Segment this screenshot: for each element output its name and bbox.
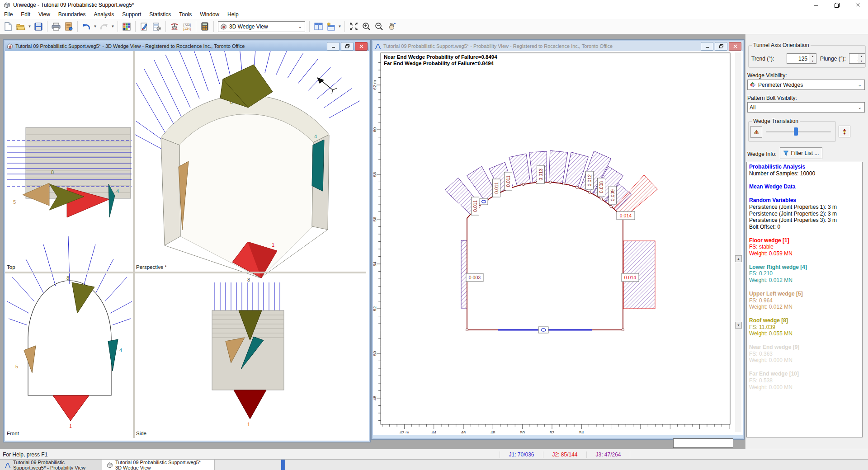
- probability-window-close-button[interactable]: [729, 42, 741, 51]
- plunge-spinner-arrows[interactable]: ▲▼: [858, 53, 865, 64]
- scroll-up-icon[interactable]: ▲: [735, 255, 742, 262]
- add-support-icon[interactable]: [168, 20, 181, 33]
- print-icon[interactable]: [50, 20, 62, 33]
- bolt-marker-left: [480, 198, 488, 205]
- wedge-number: 4: [314, 134, 317, 139]
- svg-text:{134}: {134}: [183, 27, 191, 31]
- svg-text:{?23}: {?23}: [183, 23, 191, 27]
- chevron-down-icon: ⌄: [858, 105, 862, 110]
- new-view-dropdown-icon[interactable]: ▼: [337, 21, 342, 33]
- menu-help[interactable]: Help: [223, 10, 243, 19]
- scroll-down-icon[interactable]: ▼: [735, 322, 742, 329]
- drawing-tool-icon[interactable]: [138, 20, 151, 33]
- probability-window-minimize-button[interactable]: [701, 42, 713, 51]
- pattern-bolt-visibility-combo[interactable]: All ⌄: [747, 102, 865, 113]
- menu-edit[interactable]: Edit: [17, 10, 34, 19]
- probability-view-window: Tutorial 09 Probabilistic Support.weg5* …: [372, 40, 744, 439]
- probability-tab-icon: [5, 462, 11, 468]
- undo-dropdown-icon[interactable]: ▼: [93, 21, 98, 33]
- slider-thumb[interactable]: [794, 127, 798, 136]
- info-section-heading: Floor wedge [1]: [749, 237, 862, 244]
- info-section-heading: Upper Left wedge [5]: [749, 291, 862, 297]
- info-section-heading: Lower Right wedge [4]: [749, 264, 862, 271]
- save-icon[interactable]: [32, 20, 45, 33]
- app-title-bar[interactable]: Unwedge - Tutorial 09 Probabilistic Supp…: [0, 0, 868, 10]
- tunnel-axis-group: Tunnel Axis Orientation Trend (°): 125 ▲…: [748, 45, 866, 68]
- probability-window-title-bar[interactable]: Tutorial 09 Probabilistic Support.weg5* …: [373, 41, 743, 51]
- open-folder-icon[interactable]: [14, 20, 27, 33]
- info-line: FS: 0.363: [749, 351, 862, 357]
- wedge-window-restore-button[interactable]: [341, 42, 354, 51]
- app-close-button[interactable]: [847, 0, 868, 10]
- zoom-in-icon[interactable]: [360, 20, 373, 33]
- wedge-translation-reset-button[interactable]: [839, 126, 850, 137]
- pan-icon[interactable]: [385, 20, 398, 33]
- menu-file[interactable]: File: [0, 10, 17, 19]
- zoom-out-icon[interactable]: [373, 20, 385, 33]
- info-line: Weight: 0.000 MN: [749, 384, 862, 391]
- tunnel-node: [600, 198, 602, 200]
- redo-dropdown-icon[interactable]: ▼: [110, 21, 115, 33]
- document-tab-bar: Tutorial 09 Probabilistic Support.weg5* …: [0, 459, 868, 470]
- wedge-translation-slider[interactable]: [766, 131, 831, 132]
- axis-tick-label: 46: [461, 430, 466, 433]
- wedge-window-title-bar[interactable]: Tutorial 09 Probabilistic Support.weg5* …: [5, 41, 369, 51]
- menu-analysis[interactable]: Analysis: [90, 10, 118, 19]
- zoom-extents-icon[interactable]: [347, 20, 360, 33]
- info-section-heading: Probabilistic Analysis: [749, 164, 862, 170]
- menu-window[interactable]: Window: [196, 10, 223, 19]
- sample-numbers-icon[interactable]: {?23}{134}: [181, 20, 193, 33]
- new-document-icon[interactable]: [2, 20, 14, 33]
- info-section-heading: Roof wedge [8]: [749, 317, 862, 324]
- wedge-window-minimize-button[interactable]: [327, 42, 340, 51]
- menu-tools[interactable]: Tools: [175, 10, 196, 19]
- prompt-input[interactable]: [673, 438, 733, 448]
- wedge-visibility-combo[interactable]: Perimeter Wedges ⌄: [747, 80, 865, 90]
- tunnel-node: [522, 183, 524, 186]
- spinner-arrows-icon[interactable]: ▲▼: [809, 54, 816, 63]
- new-view-icon[interactable]: [325, 20, 337, 33]
- wedge-view-canvas[interactable]: 8 4 5 Top: [5, 51, 366, 438]
- axis-tick-label: 50: [373, 351, 377, 356]
- project-settings-icon[interactable]: [151, 20, 163, 33]
- tab-3d-wedge-view[interactable]: Tutorial 09 Probabilistic Support.weg5* …: [102, 460, 215, 470]
- open-dropdown-icon[interactable]: ▼: [27, 21, 32, 33]
- sidebar-panel: Tunnel Axis Orientation Trend (°): 125 ▲…: [745, 34, 868, 449]
- tab-probability-view[interactable]: Tutorial 09 Probabilistic Support.weg5* …: [0, 460, 102, 470]
- report-viewer-icon[interactable]: [62, 20, 75, 33]
- tile-vertical-icon[interactable]: [312, 20, 325, 33]
- compute-icon[interactable]: [198, 20, 211, 33]
- undo-icon[interactable]: [80, 20, 93, 33]
- vertical-splitter[interactable]: [133, 51, 135, 438]
- axis-tick-label: 60: [373, 127, 377, 132]
- main-toolbar: ▼ ▼ ▼ {?23}{134} 3D Wedge View ⌄ ▼: [0, 19, 868, 34]
- trend-spinner[interactable]: 125 ▲▼: [787, 53, 816, 64]
- tab-strip-accent: [281, 460, 285, 470]
- tunnel-node: [622, 329, 624, 331]
- axis-tick-label: 52: [550, 430, 555, 433]
- app-minimize-button[interactable]: [806, 0, 826, 10]
- probability-scroll-strip: ▲ ▼: [735, 52, 741, 432]
- axis-tick-label: 54: [373, 262, 377, 267]
- filter-list-button[interactable]: Filter List ...: [780, 147, 822, 159]
- info-line: Weight: 0.012 MN: [749, 277, 862, 284]
- menu-support[interactable]: Support: [118, 10, 145, 19]
- probability-window-restore-button[interactable]: [715, 42, 727, 51]
- info-line: Persistence (Joint Properties 1): 3 m: [749, 204, 862, 211]
- axis-tick-label: 58: [373, 172, 377, 177]
- view-selector-combo[interactable]: 3D Wedge View ⌄: [218, 21, 305, 32]
- app-restore-button[interactable]: [826, 0, 847, 10]
- wedge-info-panel[interactable]: Probabilistic AnalysisNumber of Samples:…: [746, 162, 863, 437]
- menu-view[interactable]: View: [34, 10, 54, 19]
- svg-text:0.003: 0.003: [469, 275, 481, 280]
- pane-label-perspective: Perspective *: [136, 264, 167, 270]
- menu-boundaries[interactable]: Boundaries: [54, 10, 90, 19]
- horizontal-splitter[interactable]: [5, 272, 366, 273]
- wedge-translation-mode-button[interactable]: [750, 126, 762, 138]
- redo-icon[interactable]: [98, 20, 110, 33]
- window-bottom-frame: [373, 435, 743, 438]
- display-options-icon[interactable]: [120, 20, 133, 33]
- menu-statistics[interactable]: Statistics: [145, 10, 175, 19]
- probability-view-canvas[interactable]: Near End Wedge Probability of Failure=0.…: [373, 51, 734, 433]
- wedge-window-close-button[interactable]: [355, 42, 368, 51]
